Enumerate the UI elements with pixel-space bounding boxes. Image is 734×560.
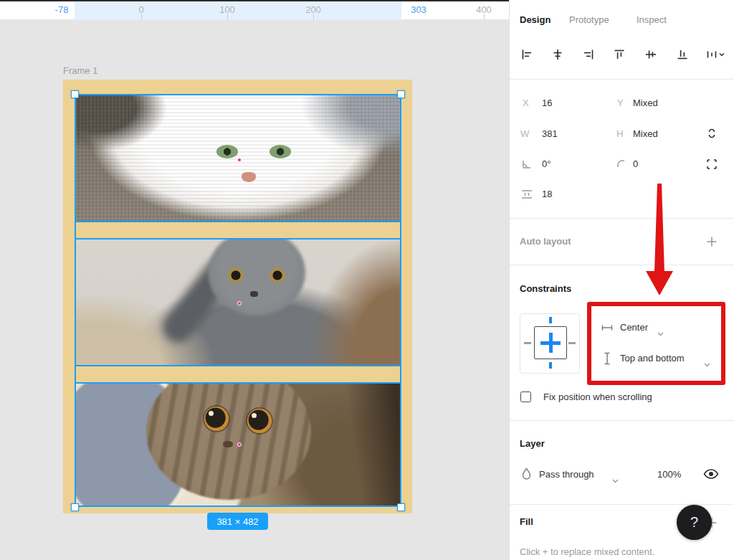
x-input[interactable]: 16 xyxy=(542,98,552,108)
x-label: X xyxy=(523,98,529,108)
ruler-selection-highlight xyxy=(75,1,401,20)
blend-mode-select[interactable]: Pass through xyxy=(539,469,594,480)
align-left-icon[interactable] xyxy=(521,49,533,60)
constraints-tick-top[interactable] xyxy=(549,317,552,323)
ruler-tick xyxy=(227,14,228,19)
ruler-tick xyxy=(313,14,314,19)
canvas[interactable]: Frame 1 xyxy=(0,20,509,560)
corner-radius-input[interactable]: 0 xyxy=(633,158,638,169)
horizontal-ruler: -780100200303400 xyxy=(0,1,509,20)
w-input[interactable]: 381 xyxy=(542,128,558,139)
align-right-icon[interactable] xyxy=(583,49,594,60)
fix-position-checkbox[interactable] xyxy=(520,391,531,402)
align-top-icon[interactable] xyxy=(614,49,625,60)
horizontal-constraint-icon xyxy=(601,323,613,332)
corner-radius-icon xyxy=(616,158,627,170)
y-input[interactable]: Mixed xyxy=(633,98,658,108)
chevron-down-icon[interactable] xyxy=(704,357,710,361)
vertical-gap-icon xyxy=(520,189,532,200)
add-auto-layout-button[interactable] xyxy=(706,236,718,247)
selection-handle-bottom-left[interactable] xyxy=(71,503,79,511)
ruler-number: 100 xyxy=(219,4,235,15)
h-input[interactable]: Mixed xyxy=(633,128,658,139)
align-vertical-centers-icon[interactable] xyxy=(645,49,657,60)
ruler-number: -78 xyxy=(55,4,69,15)
properties-panel: Design Prototype Inspect X 16 Y Mixed xyxy=(509,0,734,560)
constraints-tick-bottom[interactable] xyxy=(549,362,552,369)
tab-inspect[interactable]: Inspect xyxy=(637,14,667,25)
tab-design[interactable]: Design xyxy=(520,14,550,25)
layer-title: Layer xyxy=(520,438,545,449)
rotation-icon xyxy=(521,158,533,170)
constrain-proportions-icon[interactable] xyxy=(706,128,718,139)
constraints-plus-v xyxy=(549,333,553,353)
divider xyxy=(510,420,734,421)
ruler-tick xyxy=(141,14,142,19)
divider xyxy=(510,79,734,80)
figma-app: -780100200303400 Frame 1 xyxy=(0,0,734,560)
align-horizontal-centers-icon[interactable] xyxy=(552,49,563,60)
constraints-tick-right[interactable] xyxy=(568,342,576,344)
blend-mode-icon xyxy=(522,468,531,480)
help-button[interactable]: ? xyxy=(677,505,712,540)
align-bottom-icon[interactable] xyxy=(677,49,688,60)
chevron-down-icon[interactable] xyxy=(612,473,619,478)
rotation-input[interactable]: 0° xyxy=(542,158,550,169)
ruler-number: 0 xyxy=(138,4,143,15)
tidy-up-icon[interactable] xyxy=(706,49,718,60)
auto-layout-title: Auto layout xyxy=(520,236,571,247)
y-label: Y xyxy=(617,98,624,108)
ruler-tick xyxy=(484,14,485,19)
w-label: W xyxy=(520,128,529,139)
opacity-input[interactable]: 100% xyxy=(657,469,681,480)
red-arrow-annotation xyxy=(643,179,676,297)
fix-position-label: Fix position when scrolling xyxy=(543,391,652,402)
vertical-constraint-icon xyxy=(603,352,611,365)
vertical-constraint-select[interactable]: Top and bottom xyxy=(620,353,685,364)
divider xyxy=(510,504,734,505)
red-highlight-box xyxy=(587,302,725,385)
selection-size-badge: 381 × 482 xyxy=(207,513,268,530)
h-label: H xyxy=(616,128,623,139)
horizontal-constraint-select[interactable]: Center xyxy=(620,322,648,333)
selection-handle-top-left[interactable] xyxy=(71,90,79,98)
fill-title: Fill xyxy=(520,516,533,527)
gap-input[interactable]: 18 xyxy=(542,189,552,199)
constraints-widget[interactable] xyxy=(520,313,580,374)
visibility-eye-icon[interactable] xyxy=(703,469,719,479)
ruler-number: 303 xyxy=(411,4,426,15)
ruler-number: 400 xyxy=(476,4,492,15)
constraints-title: Constraints xyxy=(520,283,571,294)
selection-bounding-box xyxy=(75,94,401,507)
selection-handle-top-right[interactable] xyxy=(397,90,405,98)
ruler-number: 200 xyxy=(305,4,321,15)
independent-corners-icon[interactable] xyxy=(706,158,718,170)
divider xyxy=(510,218,734,219)
chevron-down-icon[interactable] xyxy=(657,326,664,331)
selection-handle-bottom-right[interactable] xyxy=(397,503,405,511)
fill-hint-text: Click + to replace mixed content. xyxy=(520,546,654,557)
constraints-tick-left[interactable] xyxy=(524,342,531,344)
divider xyxy=(510,265,734,265)
frame-name-label[interactable]: Frame 1 xyxy=(63,65,97,76)
tab-prototype[interactable]: Prototype xyxy=(569,14,609,25)
